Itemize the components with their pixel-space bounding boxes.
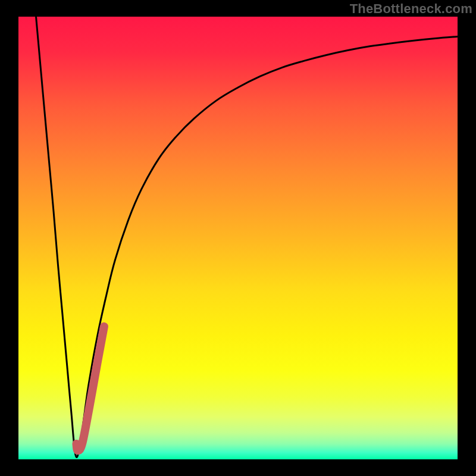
- chart-stage: TheBottleneck.com: [0, 0, 476, 476]
- bottleneck-chart: [0, 0, 476, 476]
- plot-background: [18, 17, 458, 459]
- watermark-text: TheBottleneck.com: [350, 1, 472, 17]
